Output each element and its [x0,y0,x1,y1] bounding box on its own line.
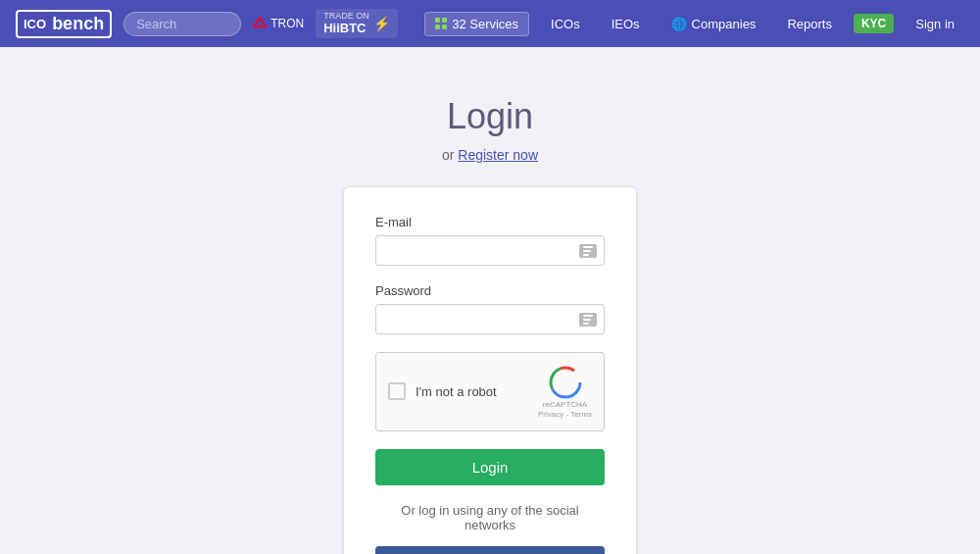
tron-icon [253,17,267,30]
password-label: Password [375,283,605,298]
register-link[interactable]: Register now [458,147,538,163]
reports-button[interactable]: Reports [777,13,842,35]
services-grid-icon [435,18,447,29]
logo-bench: bench [52,14,104,34]
icos-button[interactable]: ICOs [541,13,590,35]
email-input[interactable] [375,235,605,266]
signin-button[interactable]: Sign in [906,13,964,35]
ieos-label: IEOs [612,17,640,31]
login-card: E-mail Password [343,186,637,554]
kyc-badge[interactable]: KYC [854,14,894,33]
hibtc-trade-label: TRADE ON [323,12,369,21]
recaptcha-logo [548,365,583,400]
social-divider: Or log in using any of the social networ… [375,503,605,532]
recaptcha-brand: reCAPTCHA [543,400,587,410]
hibtc-name-label: HiiBTC [323,21,369,35]
ieos-button[interactable]: IEOs [602,13,650,35]
email-label: E-mail [375,215,605,229]
register-prefix: or [442,147,458,163]
captcha-checkbox[interactable] [388,382,406,400]
logo-ico: ICO [24,17,46,31]
globe-icon: 🌐 [671,17,687,31]
recaptcha-terms[interactable]: Terms [570,410,592,419]
signin-label: Sign in [915,17,955,31]
password-input[interactable] [375,304,605,334]
logo[interactable]: ICO bench [16,10,112,38]
page-title: Login [447,96,533,137]
lightning-icon: ⚡ [373,16,390,31]
email-icon [579,244,597,258]
tron-badge[interactable]: TRON [253,17,304,30]
companies-button[interactable]: 🌐 Companies [662,13,766,35]
hibtc-badge[interactable]: TRADE ON HiiBTC ⚡ [316,9,398,38]
email-group: E-mail [375,215,605,266]
captcha-label: I'm not a robot [416,384,497,399]
reports-label: Reports [787,17,832,31]
recaptcha-privacy[interactable]: Privacy [538,410,564,419]
captcha-box: I'm not a robot reCAPTCHA Privacy - Term… [375,352,605,431]
email-input-wrapper [375,235,605,266]
register-line: or Register now [442,147,538,163]
icos-label: ICOs [551,17,580,31]
svg-marker-0 [254,18,266,26]
recaptcha-links: Privacy - Terms [538,410,592,419]
password-icon [579,313,597,327]
password-group: Password [375,283,605,334]
search-input[interactable] [123,12,241,36]
login-button[interactable]: Login [375,449,605,485]
password-input-wrapper [375,304,605,334]
captcha-right: reCAPTCHA Privacy - Terms [538,365,592,419]
services-label: 32 Services [452,17,518,31]
main-content: Login or Register now E-mail Password [0,47,980,554]
services-button[interactable]: 32 Services [424,12,529,36]
facebook-login-button[interactable]: f Login with Facebook [375,546,605,554]
captcha-left: I'm not a robot [388,382,497,400]
companies-label: Companies [692,17,757,31]
tron-label: TRON [270,17,304,30]
navbar: ICO bench TRON TRADE ON HiiBTC ⚡ 32 Serv… [0,0,980,47]
